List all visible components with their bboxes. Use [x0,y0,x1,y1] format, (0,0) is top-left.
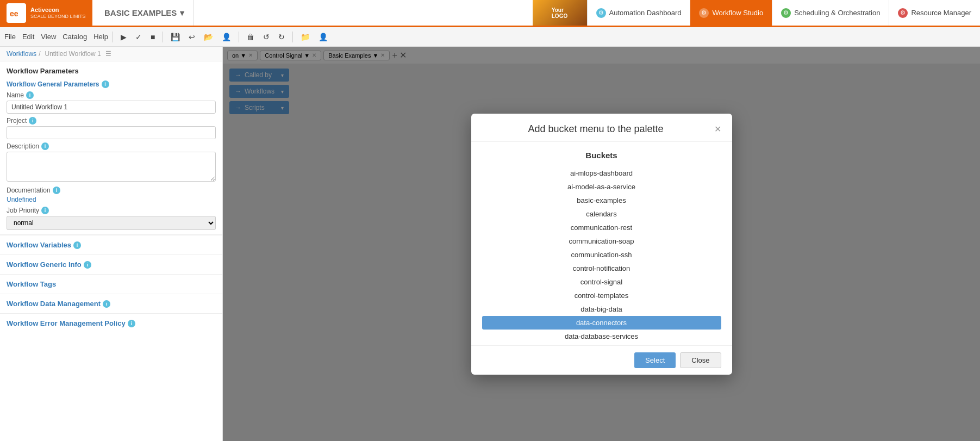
refresh-button[interactable]: ↺ [260,31,273,43]
workflow-error-management-info-icon[interactable]: i [128,320,135,327]
center-area: on ▼ ✕ Control Signal ▼ ✕ Basic Examples… [223,47,980,441]
brand-name: Activeeon [30,7,86,14]
app-name[interactable]: BASIC EXAMPLES ▾ [92,0,193,26]
modal: Add bucket menu to the palette ✕ Buckets… [471,114,732,375]
job-priority-info-icon[interactable]: i [41,207,49,214]
brand-tagline: SCALE BEYOND LIMITS [30,14,86,19]
breadcrumb: Workflows / Untitled Workflow 1 ☰ [0,47,222,61]
nav-tab-workflow[interactable]: ⚙ Workflow Studio [690,0,772,26]
automation-label: Automation Dashboard [609,9,682,17]
nav-tab-resource[interactable]: ⚙ Resource Manager [889,0,980,26]
panel-title: Workflow Parameters [0,61,222,78]
bucket-list: ai-mlops-dashboardai-model-as-a-serviceb… [482,166,721,345]
menu-view[interactable]: View [41,33,56,41]
modal-footer: Select Close [471,345,732,375]
workflow-generic-info-section[interactable]: Workflow Generic Info i [0,254,222,274]
open-button[interactable]: 📂 [201,31,216,43]
brand: ee Activeeon SCALE BEYOND LIMITS [0,0,92,26]
scheduling-icon: ⚙ [781,8,791,18]
stop-button[interactable]: ■ [147,31,158,43]
select-button[interactable]: Select [634,352,676,368]
user-button[interactable]: 👤 [219,31,234,43]
buckets-title: Buckets [482,151,721,160]
modal-close-button[interactable]: Close [680,352,721,368]
scheduling-label: Scheduling & Orchestration [794,9,880,17]
menu-file[interactable]: File [4,33,16,41]
workflow-variables-info-icon[interactable]: i [73,241,81,249]
bucket-item-control-notification[interactable]: control-notification [482,262,721,275]
breadcrumb-sep: / [39,50,40,58]
bucket-item-ai-model-as-a-service[interactable]: ai-model-as-a-service [482,180,721,194]
nav-tab-scheduling[interactable]: ⚙ Scheduling & Orchestration [772,0,889,26]
app-name-text: BASIC EXAMPLES [104,8,177,17]
bucket-item-basic-examples[interactable]: basic-examples [482,194,721,207]
name-info-icon[interactable]: i [26,91,34,99]
general-params-info-icon[interactable]: i [102,80,109,88]
documentation-label: Documentation i [7,187,216,194]
general-params-title: Workflow General Parameters i [7,80,216,88]
workflow-variables-section[interactable]: Workflow Variables i [0,235,222,254]
name-input[interactable] [7,101,216,114]
breadcrumb-workflows[interactable]: Workflows [7,50,36,58]
left-panel: Workflows / Untitled Workflow 1 ☰ Workfl… [0,47,223,441]
bucket-item-control-signal[interactable]: control-signal [482,275,721,289]
toolbar-sep-1 [113,32,113,42]
bucket-item-ai-mlops-dashboard[interactable]: ai-mlops-dashboard [482,166,721,180]
nav-tab-automation[interactable]: ⚙ Automation Dashboard [587,0,690,26]
resource-label: Resource Manager [911,9,971,17]
documentation-info-icon[interactable]: i [53,187,60,194]
menu-help[interactable]: Help [93,33,108,41]
name-label: Name i [7,91,216,99]
bucket-item-communication-rest[interactable]: communication-rest [482,221,721,234]
workflow-label: Workflow Studio [712,9,763,17]
project-input[interactable] [7,126,216,139]
your-logo: YourLOGO [533,0,587,26]
modal-overlay: Add bucket menu to the palette ✕ Buckets… [223,47,980,441]
modal-title: Add bucket menu to the palette [482,123,710,135]
description-input[interactable] [7,152,216,182]
save-button[interactable]: 💾 [167,31,183,43]
project-info-icon[interactable]: i [29,117,36,125]
main-layout: Workflows / Untitled Workflow 1 ☰ Workfl… [0,47,980,441]
run-button[interactable]: ▶ [117,31,130,43]
top-nav: ee Activeeon SCALE BEYOND LIMITS BASIC E… [0,0,980,27]
svg-text:ee: ee [10,9,18,18]
menu-catalog[interactable]: Catalog [63,33,87,41]
workflow-tags-section[interactable]: Workflow Tags [0,274,222,294]
undo-button[interactable]: ↩ [185,31,198,43]
modal-close-icon[interactable]: ✕ [714,124,721,134]
delete-button[interactable]: 🗑 [244,31,258,43]
breadcrumb-current: Untitled Workflow 1 [45,50,101,58]
modal-header: Add bucket menu to the palette ✕ [471,114,732,142]
redo-button[interactable]: ↻ [275,31,288,43]
menu-edit[interactable]: Edit [22,33,34,41]
job-priority-select[interactable]: normal idle low high highest [7,216,216,230]
folder-button[interactable]: 📁 [297,31,313,43]
bucket-item-data-big-data[interactable]: data-big-data [482,302,721,316]
documentation-value[interactable]: Undefined [7,196,216,203]
workflow-error-management-section[interactable]: Workflow Error Management Policy i [0,313,222,333]
bucket-item-calendars[interactable]: calendars [482,207,721,221]
modal-body: Buckets ai-mlops-dashboardai-model-as-a-… [471,142,732,345]
workflow-data-management-info-icon[interactable]: i [103,300,110,308]
bucket-item-data-database-services[interactable]: data-database-services [482,330,721,343]
validate-button[interactable]: ✓ [132,31,145,43]
add-user-button[interactable]: 👤 [315,31,331,43]
resource-icon: ⚙ [898,8,908,18]
project-label: Project i [7,117,216,125]
automation-icon: ⚙ [596,8,606,18]
bucket-item-control-templates[interactable]: control-templates [482,289,721,302]
bucket-item-data-connectors[interactable]: data-connectors [482,316,721,330]
toolbar-sep-3 [239,32,239,42]
job-priority-label: Job Priority i [7,207,216,214]
bucket-item-communication-soap[interactable]: communication-soap [482,234,721,248]
workflow-icon: ⚙ [699,8,709,18]
toolbar: File Edit View Catalog Help ▶ ✓ ■ 💾 ↩ 📂 … [0,27,980,47]
bucket-item-communication-ssh[interactable]: communication-ssh [482,248,721,262]
workflow-data-management-section[interactable]: Workflow Data Management i [0,294,222,313]
description-info-icon[interactable]: i [41,142,49,150]
toolbar-sep-4 [292,32,293,42]
workflow-generic-info-icon[interactable]: i [84,261,91,269]
list-icon[interactable]: ☰ [105,50,111,58]
app-name-arrow[interactable]: ▾ [180,8,184,18]
